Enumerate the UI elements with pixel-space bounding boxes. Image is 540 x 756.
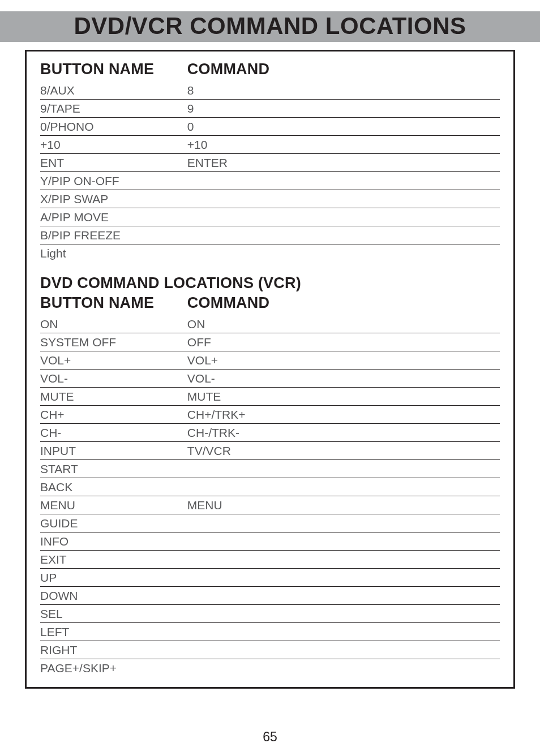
cell-command: OFF xyxy=(187,333,500,351)
cell-button-name: CH+ xyxy=(40,406,187,424)
cell-command: ENTER xyxy=(187,154,500,172)
table-row: CH+CH+/TRK+ xyxy=(40,406,500,424)
table-row: VOL-VOL- xyxy=(40,370,500,388)
cell-button-name: +10 xyxy=(40,136,187,154)
table-row: B/PIP FREEZE xyxy=(40,226,500,244)
table-row: Y/PIP ON-OFF xyxy=(40,172,500,190)
table-row: BACK xyxy=(40,478,500,496)
header-button-name: BUTTON NAME xyxy=(40,59,187,81)
table-row: INFO xyxy=(40,532,500,551)
cell-command: VOL- xyxy=(187,370,500,388)
cell-command xyxy=(187,551,500,569)
cell-command xyxy=(187,208,500,226)
cell-button-name: RIGHT xyxy=(40,641,187,659)
cell-button-name: MUTE xyxy=(40,388,187,406)
cell-command xyxy=(187,532,500,551)
cell-button-name: DOWN xyxy=(40,587,187,605)
table-row: GUIDE xyxy=(40,514,500,532)
table-row: 0/PHONO0 xyxy=(40,118,500,136)
cell-button-name: Light xyxy=(40,244,187,263)
cell-command: +10 xyxy=(187,136,500,154)
cell-button-name: MENU xyxy=(40,496,187,514)
table-row: RIGHT xyxy=(40,641,500,659)
cell-button-name: INFO xyxy=(40,532,187,551)
cell-command: CH+/TRK+ xyxy=(187,406,500,424)
cell-command: VOL+ xyxy=(187,351,500,370)
cell-button-name: UP xyxy=(40,569,187,587)
cell-command xyxy=(187,659,500,677)
table-row: LEFT xyxy=(40,623,500,641)
cell-command: 0 xyxy=(187,118,500,136)
table-row: X/PIP SWAP xyxy=(40,190,500,208)
header-command: COMMAND xyxy=(187,59,500,81)
cell-button-name: SYSTEM OFF xyxy=(40,333,187,351)
page-container: DVD/VCR COMMAND LOCATIONS BUTTON NAME CO… xyxy=(0,0,540,756)
cell-button-name: INPUT xyxy=(40,442,187,460)
cell-command xyxy=(187,587,500,605)
cell-command xyxy=(187,605,500,623)
cell-button-name: VOL- xyxy=(40,370,187,388)
page-title: DVD/VCR COMMAND LOCATIONS xyxy=(0,12,540,40)
cell-button-name: 9/TAPE xyxy=(40,100,187,118)
cell-button-name: Y/PIP ON-OFF xyxy=(40,172,187,190)
table-row: A/PIP MOVE xyxy=(40,208,500,226)
table-row: MUTEMUTE xyxy=(40,388,500,406)
table-header-row: BUTTON NAME COMMAND xyxy=(40,59,500,81)
cell-command: 8 xyxy=(187,81,500,100)
cell-button-name: START xyxy=(40,460,187,478)
cell-button-name: GUIDE xyxy=(40,514,187,532)
cell-command xyxy=(187,460,500,478)
title-bar: DVD/VCR COMMAND LOCATIONS xyxy=(0,11,540,42)
header-command: COMMAND xyxy=(187,293,500,315)
cell-command xyxy=(187,569,500,587)
cell-command: CH-/TRK- xyxy=(187,424,500,442)
table-row: VOL+VOL+ xyxy=(40,351,500,370)
table-header-row: BUTTON NAME COMMAND xyxy=(40,293,500,315)
table-row: UP xyxy=(40,569,500,587)
cell-button-name: X/PIP SWAP xyxy=(40,190,187,208)
table-row: MENUMENU xyxy=(40,496,500,514)
table-row: 8/AUX8 xyxy=(40,81,500,100)
page-number: 65 xyxy=(0,729,540,745)
table-row: SEL xyxy=(40,605,500,623)
cell-button-name: SEL xyxy=(40,605,187,623)
table-row: Light xyxy=(40,244,500,263)
table-row: PAGE+/SKIP+ xyxy=(40,659,500,677)
cell-button-name: CH- xyxy=(40,424,187,442)
command-table-2: BUTTON NAME COMMAND ONONSYSTEM OFFOFFVOL… xyxy=(40,293,500,677)
table-row: EXIT xyxy=(40,551,500,569)
section-heading-vcr: DVD COMMAND LOCATIONS (VCR) xyxy=(40,274,500,292)
cell-button-name: PAGE+/SKIP+ xyxy=(40,659,187,677)
cell-button-name: ON xyxy=(40,315,187,333)
content-box: BUTTON NAME COMMAND 8/AUX89/TAPE90/PHONO… xyxy=(25,50,515,689)
cell-command: 9 xyxy=(187,100,500,118)
cell-command: MENU xyxy=(187,496,500,514)
cell-button-name: ENT xyxy=(40,154,187,172)
cell-button-name: A/PIP MOVE xyxy=(40,208,187,226)
table-row: DOWN xyxy=(40,587,500,605)
cell-command xyxy=(187,190,500,208)
table-row: SYSTEM OFFOFF xyxy=(40,333,500,351)
cell-command: MUTE xyxy=(187,388,500,406)
cell-command xyxy=(187,623,500,641)
table-row: INPUTTV/VCR xyxy=(40,442,500,460)
cell-button-name: BACK xyxy=(40,478,187,496)
cell-command xyxy=(187,514,500,532)
table-row: CH-CH-/TRK- xyxy=(40,424,500,442)
cell-button-name: VOL+ xyxy=(40,351,187,370)
cell-command xyxy=(187,478,500,496)
cell-command: ON xyxy=(187,315,500,333)
cell-button-name: B/PIP FREEZE xyxy=(40,226,187,244)
cell-button-name: 8/AUX xyxy=(40,81,187,100)
table-row: +10+10 xyxy=(40,136,500,154)
table-row: 9/TAPE9 xyxy=(40,100,500,118)
cell-command: TV/VCR xyxy=(187,442,500,460)
cell-command xyxy=(187,641,500,659)
table-row: ENTENTER xyxy=(40,154,500,172)
cell-command xyxy=(187,226,500,244)
cell-command xyxy=(187,172,500,190)
cell-button-name: EXIT xyxy=(40,551,187,569)
table-row: START xyxy=(40,460,500,478)
cell-button-name: 0/PHONO xyxy=(40,118,187,136)
cell-button-name: LEFT xyxy=(40,623,187,641)
